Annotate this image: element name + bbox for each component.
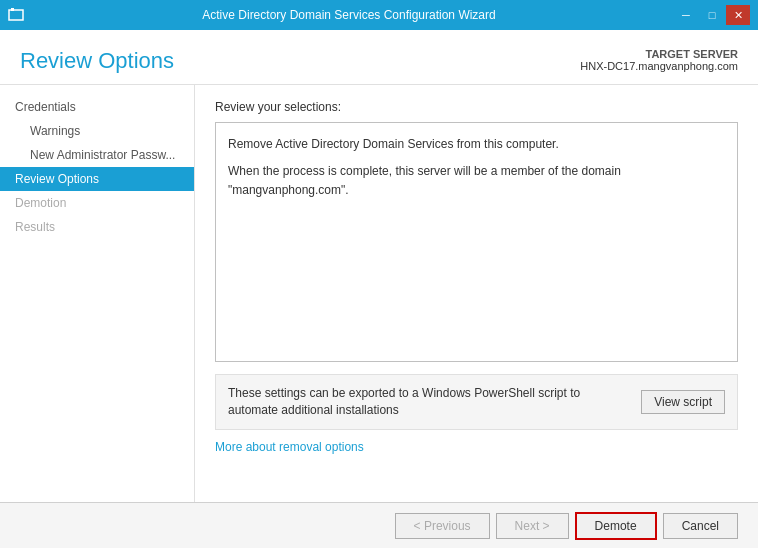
wizard-footer: < Previous Next > Demote Cancel <box>0 502 758 548</box>
sidebar-results-label: Results <box>15 220 55 234</box>
view-script-button[interactable]: View script <box>641 390 725 414</box>
previous-button[interactable]: < Previous <box>395 513 490 539</box>
title-bar: Active Directory Domain Services Configu… <box>0 0 758 30</box>
window-controls: ─ □ ✕ <box>674 5 750 25</box>
export-section: These settings can be exported to a Wind… <box>215 374 738 430</box>
more-about-removal-link[interactable]: More about removal options <box>215 440 738 454</box>
sidebar-demotion-label: Demotion <box>15 196 66 210</box>
maximize-button[interactable]: □ <box>700 5 724 25</box>
content-area: Credentials Warnings New Administrator P… <box>0 85 758 502</box>
main-panel: Review your selections: Remove Active Di… <box>195 85 758 502</box>
cancel-button[interactable]: Cancel <box>663 513 738 539</box>
next-button[interactable]: Next > <box>496 513 569 539</box>
review-line1: Remove Active Directory Domain Services … <box>228 135 725 154</box>
target-server-label: TARGET SERVER <box>580 48 738 60</box>
sidebar-item-credentials[interactable]: Credentials <box>0 95 194 119</box>
review-text: Remove Active Directory Domain Services … <box>228 135 725 201</box>
window-title: Active Directory Domain Services Configu… <box>24 8 674 22</box>
sidebar-credentials-label: Credentials <box>15 100 76 114</box>
sidebar-review-label: Review Options <box>15 172 99 186</box>
svg-rect-0 <box>9 10 23 20</box>
sidebar-item-new-admin-pass[interactable]: New Administrator Passw... <box>0 143 194 167</box>
app-icon <box>8 7 24 23</box>
target-server-info: TARGET SERVER HNX-DC17.mangvanphong.com <box>580 48 738 72</box>
window-body: Review Options TARGET SERVER HNX-DC17.ma… <box>0 30 758 548</box>
sidebar-item-review-options[interactable]: Review Options <box>0 167 194 191</box>
sidebar-warnings-label: Warnings <box>30 124 80 138</box>
sidebar: Credentials Warnings New Administrator P… <box>0 85 195 502</box>
review-line2: When the process is complete, this serve… <box>228 162 725 200</box>
sidebar-new-admin-label: New Administrator Passw... <box>30 148 175 162</box>
target-server-value: HNX-DC17.mangvanphong.com <box>580 60 738 72</box>
page-title: Review Options <box>20 48 174 74</box>
minimize-button[interactable]: ─ <box>674 5 698 25</box>
export-text: These settings can be exported to a Wind… <box>228 385 631 419</box>
review-instructions: Review your selections: <box>215 100 738 114</box>
sidebar-item-warnings[interactable]: Warnings <box>0 119 194 143</box>
wizard-header: Review Options TARGET SERVER HNX-DC17.ma… <box>0 30 758 85</box>
sidebar-item-demotion: Demotion <box>0 191 194 215</box>
svg-rect-1 <box>11 8 14 11</box>
sidebar-item-results: Results <box>0 215 194 239</box>
demote-button[interactable]: Demote <box>575 512 657 540</box>
close-button[interactable]: ✕ <box>726 5 750 25</box>
review-box: Remove Active Directory Domain Services … <box>215 122 738 362</box>
